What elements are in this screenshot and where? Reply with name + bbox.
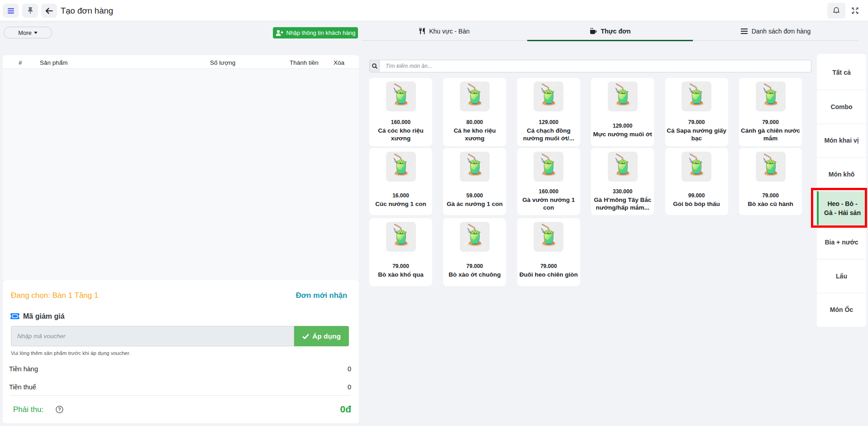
svg-text:?: ? — [58, 407, 61, 412]
